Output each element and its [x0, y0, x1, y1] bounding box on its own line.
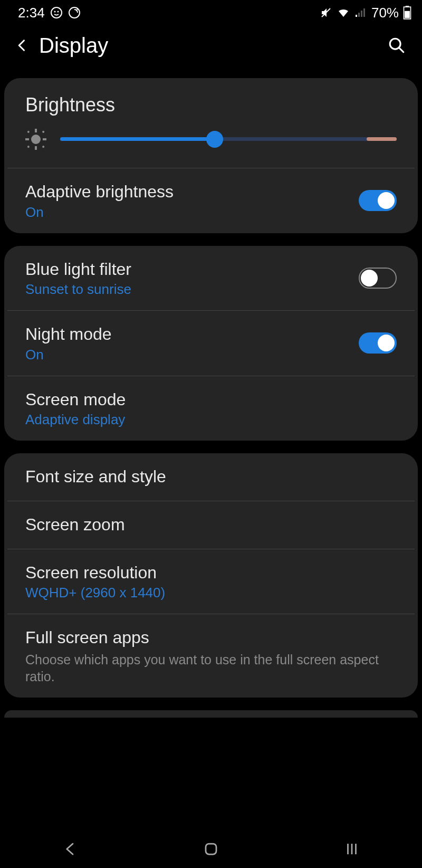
blue-light-toggle[interactable] — [359, 268, 397, 289]
next-card-peek — [4, 710, 418, 718]
status-app-icon-2 — [68, 6, 81, 19]
brightness-icon — [25, 129, 46, 150]
adaptive-brightness-title: Adaptive brightness — [25, 181, 359, 203]
svg-point-2 — [57, 11, 59, 13]
svg-rect-5 — [356, 15, 357, 17]
mute-icon — [320, 6, 332, 19]
brightness-card: Brightness Adaptive — [4, 78, 418, 233]
svg-rect-8 — [363, 8, 365, 17]
wifi-icon — [337, 6, 350, 19]
full-screen-apps-title: Full screen apps — [25, 627, 397, 649]
screen-zoom-title: Screen zoom — [25, 514, 397, 536]
svg-rect-6 — [358, 13, 360, 17]
search-button[interactable] — [384, 33, 409, 58]
svg-line-13 — [399, 47, 404, 52]
svg-rect-7 — [361, 11, 362, 17]
font-size-title: Font size and style — [25, 466, 397, 488]
battery-icon — [403, 6, 411, 20]
display-modes-card: Blue light filter Sunset to sunrise Nigh… — [4, 246, 418, 441]
screen-resolution-sub: WQHD+ (2960 x 1440) — [25, 585, 397, 601]
nav-bar — [0, 830, 422, 868]
page-title: Display — [39, 34, 384, 58]
adaptive-brightness-toggle[interactable] — [359, 190, 397, 211]
screen-mode-title: Screen mode — [25, 389, 397, 411]
screen-zoom-row[interactable]: Screen zoom — [4, 501, 418, 549]
svg-point-1 — [54, 11, 55, 13]
night-mode-toggle[interactable] — [359, 332, 397, 354]
screen-mode-row[interactable]: Screen mode Adaptive display — [4, 376, 418, 441]
back-button[interactable] — [9, 33, 35, 58]
battery-text: 70% — [371, 5, 399, 21]
svg-rect-14 — [206, 844, 216, 854]
app-bar: Display — [0, 25, 422, 65]
status-time: 2:34 — [18, 5, 45, 21]
brightness-label: Brightness — [4, 78, 418, 129]
full-screen-apps-sub: Choose which apps you want to use in the… — [25, 651, 397, 685]
brightness-slider[interactable] — [60, 131, 397, 148]
nav-home-button[interactable] — [179, 836, 243, 862]
svg-point-0 — [51, 7, 62, 18]
nav-back-button[interactable] — [39, 836, 102, 862]
full-screen-apps-row[interactable]: Full screen apps Choose which apps you w… — [4, 614, 418, 698]
font-size-row[interactable]: Font size and style — [4, 453, 418, 501]
screen-resolution-title: Screen resolution — [25, 562, 397, 584]
status-bar: 2:34 70% — [0, 0, 422, 25]
adaptive-brightness-sub: On — [25, 204, 359, 221]
night-mode-title: Night mode — [25, 323, 359, 346]
blue-light-row[interactable]: Blue light filter Sunset to sunrise — [4, 246, 418, 311]
nav-recents-button[interactable] — [320, 836, 383, 862]
svg-rect-11 — [405, 11, 410, 18]
screen-mode-sub: Adaptive display — [25, 412, 397, 428]
status-app-icon-1 — [50, 6, 63, 19]
layout-card: Font size and style Screen zoom Screen r… — [4, 453, 418, 697]
blue-light-sub: Sunset to sunrise — [25, 281, 359, 298]
night-mode-row[interactable]: Night mode On — [4, 311, 418, 376]
blue-light-title: Blue light filter — [25, 259, 359, 281]
adaptive-brightness-row[interactable]: Adaptive brightness On — [4, 168, 418, 233]
night-mode-sub: On — [25, 347, 359, 363]
screen-resolution-row[interactable]: Screen resolution WQHD+ (2960 x 1440) — [4, 549, 418, 614]
signal-icon — [354, 6, 367, 19]
